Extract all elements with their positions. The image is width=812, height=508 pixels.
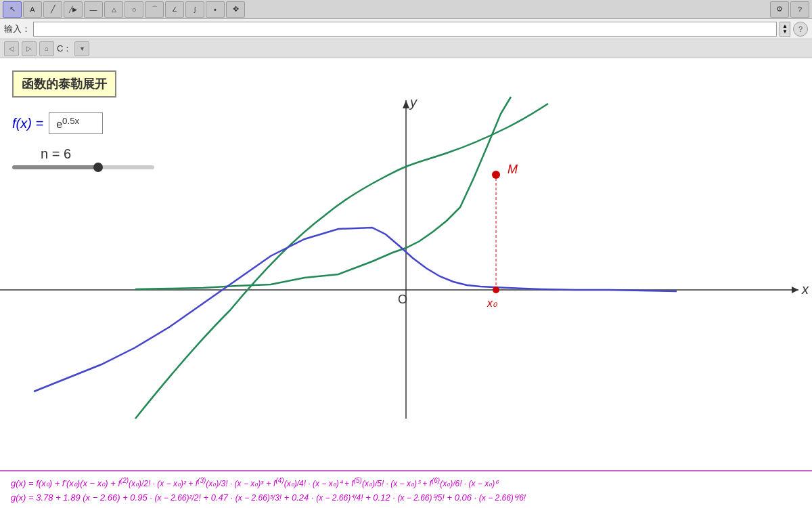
line-segment-tool[interactable]: ╱: [43, 1, 62, 18]
M-label: M: [508, 163, 518, 176]
nav-path: C：: [57, 43, 72, 55]
nav-left[interactable]: ◁: [4, 41, 19, 56]
settings-icon[interactable]: ⚙: [770, 1, 789, 18]
ellipse-tool[interactable]: ○: [125, 1, 143, 18]
y-axis-label: y: [409, 95, 418, 110]
function-display: f(x) = e0.5x: [12, 112, 103, 134]
formula-specific: g(x) = 3.78 + 1.89 (x − 2.66) + 0.95 · (…: [11, 492, 801, 503]
title-box: 函数的泰勒展开: [12, 70, 116, 98]
n-display: n = 6: [41, 146, 71, 162]
n-label: n = 6: [41, 146, 71, 161]
x0-label: x₀: [487, 297, 498, 309]
nav-right[interactable]: ▷: [22, 41, 37, 56]
formula-general: g(x) = f(x₀) + f'(x₀)(x − x₀) + f(2)(x₀)…: [11, 477, 801, 488]
input-label: 输入：: [4, 23, 30, 35]
home-button[interactable]: ⌂: [39, 41, 54, 56]
help-button[interactable]: ?: [793, 22, 808, 37]
slider-thumb[interactable]: [93, 163, 103, 172]
formula-area: g(x) = f(x₀) + f'(x₀)(x − x₀) + f(2)(x₀)…: [0, 470, 812, 508]
text-tool[interactable]: A: [23, 1, 42, 18]
origin-label: O: [398, 293, 407, 306]
angle-tool[interactable]: ∠: [165, 1, 184, 18]
M-point[interactable]: [492, 171, 500, 179]
graph-svg: x y O x₀: [0, 58, 812, 508]
slider-track[interactable]: [12, 165, 154, 169]
function-value[interactable]: e0.5x: [49, 112, 103, 134]
ray-tool[interactable]: ╱▶: [64, 1, 83, 18]
pointer-tool[interactable]: ↖: [3, 1, 22, 18]
move-tool[interactable]: ✥: [226, 1, 245, 18]
title-text: 函数的泰勒展开: [22, 77, 107, 91]
arc-tool[interactable]: ⌒: [145, 1, 164, 18]
nav-bar: ◁ ▷ ⌂ C： ▼: [0, 39, 812, 58]
segment-tool[interactable]: —: [84, 1, 103, 18]
slider-container: [12, 165, 154, 169]
input-field[interactable]: [33, 22, 777, 37]
polygon-tool[interactable]: △: [104, 1, 123, 18]
input-bar: 输入： ▲ ▼ ?: [0, 19, 812, 39]
canvas-area: x y O x₀: [0, 58, 812, 508]
function-tool[interactable]: ∫: [185, 1, 204, 18]
main-content: x y O x₀: [0, 58, 812, 508]
point-tool[interactable]: •: [206, 1, 225, 18]
input-spinner[interactable]: ▲ ▼: [780, 22, 790, 37]
x-axis-label: x: [801, 282, 809, 297]
nav-dropdown[interactable]: ▼: [74, 41, 89, 56]
toolbar: ↖ A ╱ ╱▶ — △ ○ ⌒ ∠ ∫ • ✥ ⚙ ?: [0, 0, 812, 19]
function-label: f(x) =: [12, 116, 43, 131]
help-icon-toolbar[interactable]: ?: [790, 1, 809, 18]
